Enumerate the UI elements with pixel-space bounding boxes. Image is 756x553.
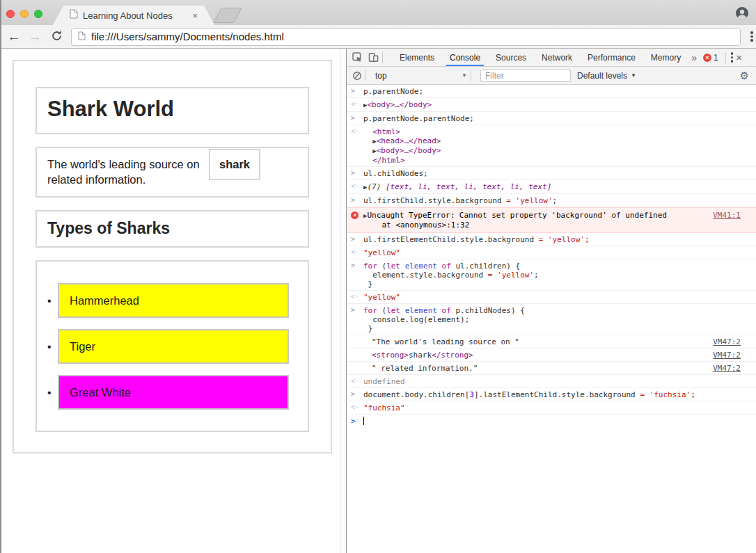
page-subheading: Types of Sharks (47, 217, 308, 239)
error-icon: × (703, 54, 711, 62)
console-input-marker: > (351, 390, 362, 398)
strong-badge: shark (209, 149, 260, 180)
tab-elements[interactable]: Elements (392, 49, 442, 66)
console-prompt-marker: > (351, 417, 362, 426)
shark-list-box: HammerheadTigerGreat White (36, 260, 309, 432)
shark-list: HammerheadTigerGreat White (58, 283, 308, 410)
console-input-marker: > (351, 114, 362, 122)
console-entry-result: <· <html> ▶<head>…</head> ▶<body>…</body… (347, 125, 756, 167)
console-input-marker: > (351, 196, 362, 204)
forward-button[interactable]: → (26, 29, 43, 45)
profile-avatar-icon[interactable] (735, 6, 749, 23)
url-bar[interactable]: file:///Users/sammy/Docments/nodes.html (71, 28, 741, 46)
inspect-element-icon[interactable] (352, 52, 363, 63)
console-entry-error: ×▶Uncaught TypeError: Cannot set propert… (347, 207, 756, 233)
console-entry-input: >ul.firstElementChild.style.background =… (347, 233, 756, 246)
source-link[interactable]: VM41:1 (713, 211, 741, 220)
source-link[interactable]: VM47:2 (713, 351, 741, 360)
console-entry-log: " related information."VM47:2 (347, 362, 756, 375)
text-cursor (363, 417, 364, 425)
tab-close-icon[interactable]: × (192, 11, 198, 20)
console-result-marker: <· (351, 127, 362, 135)
tab-console[interactable]: Console (442, 49, 488, 66)
filter-input[interactable] (480, 70, 571, 82)
reload-button[interactable] (48, 29, 65, 46)
list-item: Hammerhead (58, 283, 289, 318)
console-entry-input: >for (let element of p.childNodes) { con… (347, 304, 756, 335)
divider (365, 70, 366, 81)
tab-sources[interactable]: Sources (488, 49, 534, 66)
page-heading-box: Shark World (36, 87, 309, 134)
console-entry-result: <·undefined (347, 375, 756, 388)
intro-paragraph: The world's leading source on related in… (47, 157, 209, 187)
console-result-marker: <· (351, 100, 362, 108)
console-entry-input: >ul.firstChild.style.background = 'yello… (347, 194, 756, 207)
divider (382, 52, 383, 63)
page-heading: Shark World (47, 94, 308, 124)
page-body-outline: Shark World The world's leading source o… (13, 60, 332, 454)
console-entry-result: <·"yellow" (347, 291, 756, 304)
chevron-down-icon: ▼ (631, 72, 636, 79)
tab-memory[interactable]: Memory (643, 49, 688, 66)
console-result-marker: <· (351, 293, 362, 300)
window-edge (0, 0, 1, 553)
log-levels-select[interactable]: Default levels ▼ (577, 71, 636, 81)
list-item: Tiger (58, 329, 289, 364)
error-count-badge[interactable]: × 1 (703, 53, 718, 63)
console-toolbar: top ▼ Default levels ▼ ⚙ (347, 67, 756, 85)
devtools-panel: ElementsConsoleSourcesNetworkPerformance… (346, 49, 756, 553)
devtools-close-icon[interactable]: × (736, 51, 742, 63)
devtools-menu-icon[interactable] (731, 51, 734, 64)
console-entry-input: >p.parentNode; (347, 85, 756, 98)
divider (725, 52, 726, 63)
console-entry-log: "The world's leading source on "VM47:2 (347, 335, 756, 348)
console-input-marker: > (351, 87, 362, 95)
minimize-window-button[interactable] (20, 10, 29, 18)
console-entry-prompt[interactable]: > (347, 415, 756, 427)
back-button[interactable]: ← (6, 29, 22, 45)
close-window-button[interactable] (6, 10, 15, 18)
console-input-marker: > (351, 306, 362, 314)
devtools-tabbar: ElementsConsoleSourcesNetworkPerformance… (347, 49, 756, 67)
error-icon: × (351, 211, 362, 219)
source-link[interactable]: VM47:2 (713, 337, 741, 346)
zoom-window-button[interactable] (34, 10, 42, 18)
console-result-marker: <· (351, 182, 362, 190)
settings-gear-icon[interactable]: ⚙ (740, 70, 749, 82)
tab-network[interactable]: Network (534, 49, 580, 66)
new-tab-button[interactable] (213, 8, 242, 23)
execution-context-select[interactable]: top ▼ (375, 71, 467, 81)
tab-title: Learning About Nodes (83, 10, 173, 21)
page-file-icon (70, 9, 78, 22)
console-result-marker: <· (351, 403, 362, 411)
console-entry-input: >ul.childNodes; (347, 167, 756, 180)
divider (471, 70, 471, 81)
browser-tab[interactable]: Learning About Nodes × (53, 6, 214, 25)
console-entry-result: <·▶(7) [text, li, text, li, text, li, te… (347, 180, 756, 194)
console-entry-result: <·"yellow" (347, 246, 756, 259)
console-input-marker: > (351, 235, 362, 243)
console-entry-result: <·▶<body>…</body> (347, 98, 756, 112)
rendered-page: Shark World The world's leading source o… (0, 49, 346, 553)
source-link[interactable]: VM47:2 (713, 364, 741, 373)
console-entry-log: <strong>shark</strong>VM47:2 (347, 348, 756, 362)
console-log[interactable]: >p.parentNode;<·▶<body>…</body>>p.parent… (347, 85, 756, 553)
browser-menu-icon[interactable] (750, 30, 753, 43)
tab-strip: Learning About Nodes × (0, 0, 756, 25)
tab-performance[interactable]: Performance (580, 49, 643, 66)
console-result-marker: <· (351, 248, 362, 256)
page-subheading-box: Types of Sharks (36, 210, 309, 248)
console-input-marker: > (351, 262, 362, 269)
more-tabs-icon[interactable]: » (688, 52, 700, 63)
console-entry-input: >for (let element of ul.children) { elem… (347, 259, 756, 291)
page-scrollbar[interactable] (340, 49, 346, 553)
browser-toolbar: ← → file:///Users/sammy/Docments/nodes.h… (0, 25, 756, 49)
console-input-marker: > (351, 169, 362, 177)
devtools-tabs: ElementsConsoleSourcesNetworkPerformance… (392, 49, 688, 66)
console-entry-input: >document.body.children[3].lastElementCh… (347, 388, 756, 401)
console-result-marker: <· (351, 377, 362, 385)
page-file-icon (78, 31, 86, 43)
console-entry-input: >p.parentNode.parentNode; (347, 112, 756, 125)
device-toolbar-icon[interactable] (368, 52, 379, 63)
clear-console-icon[interactable] (352, 71, 362, 81)
